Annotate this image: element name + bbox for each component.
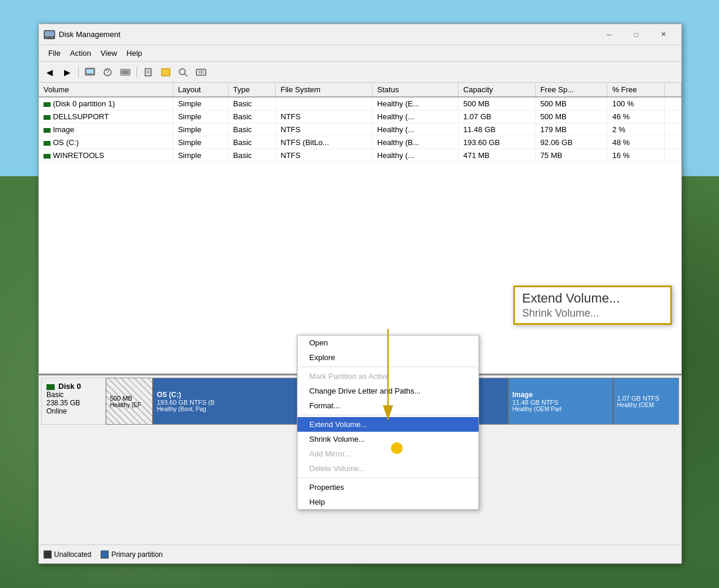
cell-type: Basic xyxy=(228,123,276,136)
cell-percent: 100 % xyxy=(607,97,664,110)
cell-volume: WINRETOOLS xyxy=(39,149,173,162)
menu-help[interactable]: Help xyxy=(122,47,147,59)
col-header-layout[interactable]: Layout xyxy=(173,83,228,97)
cell-type: Basic xyxy=(228,136,276,149)
col-header-free[interactable]: Free Sp... xyxy=(535,83,607,97)
forward-button[interactable]: ▶ xyxy=(59,64,75,80)
col-header-volume[interactable]: Volume xyxy=(39,83,173,97)
p3-size: 11.48 GB NTFS xyxy=(512,399,608,406)
toolbar-btn-4[interactable] xyxy=(140,64,156,80)
disk-label-0: Disk 0 Basic 238.35 GB Online xyxy=(41,378,106,425)
toolbar: ◀ ▶ ? xyxy=(39,62,681,83)
volume-table: Volume Layout Type File System Status Ca… xyxy=(39,83,681,162)
p1-status: Healthy (EF xyxy=(110,402,149,408)
volume-table-section[interactable]: Volume Layout Type File System Status Ca… xyxy=(39,83,681,375)
cell-percent: 16 % xyxy=(607,149,664,162)
col-header-filesystem[interactable]: File System xyxy=(276,83,372,97)
cell-capacity: 471 MB xyxy=(458,149,535,162)
svg-rect-17 xyxy=(196,69,206,75)
table-row[interactable]: OS (C:) Simple Basic NTFS (BitLo... Heal… xyxy=(39,136,681,149)
ctx-item-explore[interactable]: Explore xyxy=(297,350,479,365)
cell-percent: 2 % xyxy=(607,123,664,136)
window-title: Disk Management xyxy=(59,30,596,39)
cell-status: Healthy (... xyxy=(372,123,458,136)
ctx-item-open[interactable]: Open xyxy=(297,335,479,350)
table-row[interactable]: Image Simple Basic NTFS Healthy (... 11.… xyxy=(39,123,681,136)
cell-volume: OS (C:) xyxy=(39,136,173,149)
cell-volume: (Disk 0 partition 1) xyxy=(39,97,173,110)
p1-size: 500 MB xyxy=(110,395,149,402)
toolbar-separator-1 xyxy=(78,66,79,78)
col-header-type[interactable]: Type xyxy=(228,83,276,97)
legend-box-primary xyxy=(101,550,109,559)
cell-percent: 48 % xyxy=(607,136,664,149)
ctx-item-shrink[interactable]: Shrink Volume... xyxy=(297,432,479,446)
cell-layout: Simple xyxy=(173,149,228,162)
legend-bar: Unallocated Primary partition xyxy=(39,545,681,563)
legend-unallocated: Unallocated xyxy=(44,550,91,559)
cell-capacity: 1.07 GB xyxy=(458,110,535,123)
disk-type: Basic xyxy=(46,391,101,399)
toolbar-btn-5[interactable] xyxy=(158,64,174,80)
ctx-item-mark-active: Mark Partition as Active xyxy=(297,369,479,384)
title-bar: Disk Management ─ □ ✕ xyxy=(39,24,681,45)
ctx-item-properties[interactable]: Properties xyxy=(297,480,479,495)
cell-status: Healthy (... xyxy=(372,149,458,162)
toolbar-btn-1[interactable] xyxy=(82,64,98,80)
maximize-button[interactable]: □ xyxy=(623,26,650,43)
p3-name: Image xyxy=(512,391,608,399)
table-row[interactable]: DELLSUPPORT Simple Basic NTFS Healthy (.… xyxy=(39,110,681,123)
ctx-item-help[interactable]: Help xyxy=(297,495,479,509)
svg-point-15 xyxy=(179,69,185,75)
partition-4[interactable]: 1.07 GB NTFS Healthy (OEM xyxy=(614,378,678,424)
col-header-capacity[interactable]: Capacity xyxy=(458,83,535,97)
toolbar-btn-7[interactable] xyxy=(193,64,209,80)
ctx-item-change-letter[interactable]: Change Drive Letter and Paths... xyxy=(297,384,479,398)
toolbar-btn-3[interactable] xyxy=(117,64,133,80)
cell-status: Healthy (B... xyxy=(372,136,458,149)
toolbar-btn-6[interactable] xyxy=(175,64,192,80)
cell-filesystem: NTFS (BitLo... xyxy=(276,136,372,149)
cell-layout: Simple xyxy=(173,97,228,110)
cell-type: Basic xyxy=(228,97,276,110)
cell-free: 92.06 GB xyxy=(535,136,607,149)
p3-status: Healthy (OEM Part xyxy=(512,406,608,412)
col-header-percent[interactable]: % Free xyxy=(607,83,664,97)
p4-size: 1.07 GB NTFS xyxy=(617,395,675,402)
ctx-item-delete: Delete Volume... xyxy=(297,461,479,476)
toolbar-btn-2[interactable]: ? xyxy=(99,64,116,80)
col-header-status[interactable]: Status xyxy=(372,83,458,97)
back-button[interactable]: ◀ xyxy=(41,64,58,80)
partition-1[interactable]: 500 MB Healthy (EF xyxy=(106,378,153,424)
cell-type: Basic xyxy=(228,149,276,162)
menu-file[interactable]: File xyxy=(44,47,65,59)
callout-shrink-label: Shrink Volume... xyxy=(522,307,663,320)
cell-free: 179 MB xyxy=(535,123,607,136)
cell-status: Healthy (... xyxy=(372,110,458,123)
cell-free: 500 MB xyxy=(535,110,607,123)
window-icon xyxy=(44,30,55,39)
table-row[interactable]: WINRETOOLS Simple Basic NTFS Healthy (..… xyxy=(39,149,681,162)
ctx-item-format[interactable]: Format... xyxy=(297,398,479,413)
cell-volume: DELLSUPPORT xyxy=(39,110,173,123)
minimize-button[interactable]: ─ xyxy=(596,26,623,43)
ctx-separator xyxy=(297,367,479,367)
cell-layout: Simple xyxy=(173,123,228,136)
table-row[interactable]: (Disk 0 partition 1) Simple Basic Health… xyxy=(39,97,681,110)
menu-view[interactable]: View xyxy=(96,47,122,59)
legend-box-unallocated xyxy=(44,550,52,559)
callout-box: Extend Volume... Shrink Volume... xyxy=(513,285,672,325)
cell-extra xyxy=(664,136,681,149)
close-button[interactable]: ✕ xyxy=(650,26,677,43)
svg-rect-4 xyxy=(47,38,52,38)
partition-3[interactable]: Image 11.48 GB NTFS Healthy (OEM Part xyxy=(509,378,613,424)
ctx-item-extend[interactable]: Extend Volume... xyxy=(297,417,479,432)
legend-primary-label: Primary partition xyxy=(111,550,162,559)
col-header-extra[interactable] xyxy=(664,83,681,97)
cell-layout: Simple xyxy=(173,110,228,123)
cell-capacity: 11.48 GB xyxy=(458,123,535,136)
cell-percent: 46 % xyxy=(607,110,664,123)
cell-filesystem: NTFS xyxy=(276,110,372,123)
menu-action[interactable]: Action xyxy=(65,47,96,59)
menu-bar: File Action View Help xyxy=(39,45,681,62)
